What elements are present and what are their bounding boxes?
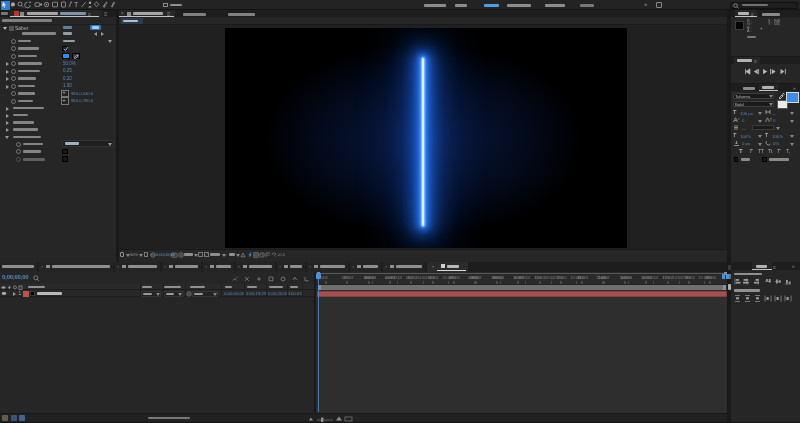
svg-text:T: T [74, 1, 79, 8]
